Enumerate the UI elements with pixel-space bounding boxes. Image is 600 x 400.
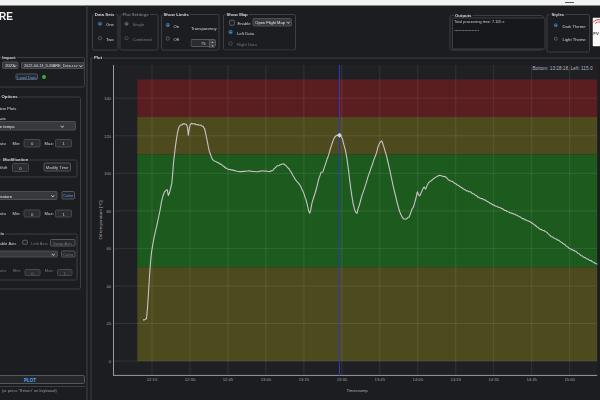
svg-text:FV: FV [593, 31, 599, 36]
